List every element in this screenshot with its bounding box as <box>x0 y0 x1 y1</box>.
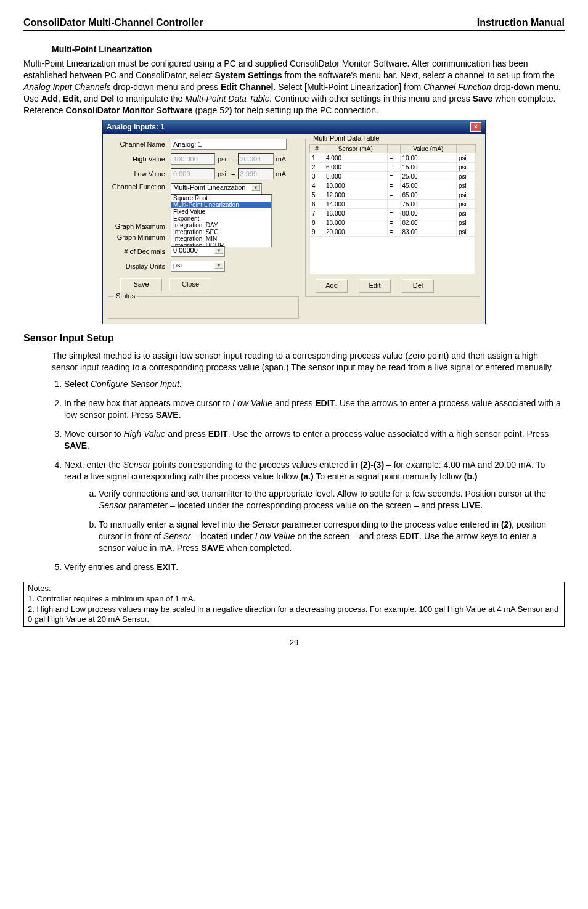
low-value-input[interactable] <box>171 168 215 179</box>
table-row[interactable]: 614.000=75.00psi <box>310 200 476 209</box>
display-units-label: Display Units: <box>108 263 171 270</box>
table-row[interactable]: 920.000=83.00psi <box>310 227 476 237</box>
table-del-button[interactable]: Del <box>402 279 434 293</box>
header-left: ConsoliDator Multi-Channel Controller <box>23 17 203 28</box>
table-edit-button[interactable]: Edit <box>359 279 391 293</box>
unit-psi: psi <box>215 155 229 163</box>
decimals-label: # of Decimals: <box>108 248 171 255</box>
channel-function-combo[interactable]: Multi-Point Linearization <box>171 183 262 194</box>
table-add-button[interactable]: Add <box>316 279 348 293</box>
step-4b: To manually enter a signal level into th… <box>99 519 565 554</box>
graph-max-label: Graph Maximum: <box>108 222 171 230</box>
channel-name-label: Channel Name: <box>108 141 171 148</box>
note-1: 1. Controller requires a minimum span of… <box>28 594 560 605</box>
notes-box: Notes: 1. Controller requires a minimum … <box>23 582 565 627</box>
page-header: ConsoliDator Multi-Channel Controller In… <box>23 17 565 31</box>
header-right: Instruction Manual <box>477 17 565 28</box>
status-group: Status <box>108 296 299 319</box>
table-row[interactable]: 14.000=10.00psi <box>310 153 476 163</box>
dialog-titlebar[interactable]: Analog Inputs: 1 × <box>103 120 485 134</box>
analog-inputs-dialog: Analog Inputs: 1 × Channel Name: High Va… <box>102 120 486 324</box>
close-icon[interactable]: × <box>470 122 481 132</box>
multipoint-paragraph: Multi-Point Linearization must be config… <box>23 58 565 116</box>
data-table-group: Multi-Point Data Table # Sensor (mA) Val… <box>305 139 480 297</box>
low-sensor-input[interactable] <box>238 168 274 179</box>
low-value-label: Low Value: <box>108 170 171 177</box>
table-row[interactable]: 38.000=25.00psi <box>310 172 476 181</box>
step-1: Select Configure Sensor Input. <box>64 378 565 390</box>
channel-name-input[interactable] <box>171 139 287 150</box>
high-value-input[interactable] <box>171 153 215 165</box>
step-4: Next, enter the Sensor points correspond… <box>64 459 565 554</box>
step-2: In the new box that appears move cursor … <box>64 397 565 421</box>
numbered-steps: Select Configure Sensor Input. In the ne… <box>64 378 565 573</box>
table-row[interactable]: 26.000=15.00psi <box>310 163 476 172</box>
sensor-intro: The simplest method is to assign low sen… <box>52 350 565 373</box>
table-row[interactable]: 410.000=45.00psi <box>310 181 476 190</box>
step-4a: Verify connections and set transmitter t… <box>99 488 565 512</box>
step-3: Move cursor to High Value and press EDIT… <box>64 428 565 452</box>
graph-min-label: Graph Minimum: <box>108 234 171 241</box>
table-row[interactable]: 512.000=65.00psi <box>310 190 476 200</box>
save-button[interactable]: Save <box>120 278 162 291</box>
unit-ma: mA <box>274 155 289 163</box>
step-5: Verify entries and press EXIT. <box>64 561 565 573</box>
multi-point-table: # Sensor (mA) Value (mA) 14.000=10.00psi… <box>309 144 476 237</box>
close-button[interactable]: Close <box>169 278 211 291</box>
dialog-title: Analog Inputs: 1 <box>107 123 165 131</box>
sensor-input-heading: Sensor Input Setup <box>23 333 565 344</box>
table-row[interactable]: 716.000=80.00psi <box>310 209 476 218</box>
high-value-label: High Value: <box>108 155 171 163</box>
channel-function-listbox[interactable]: Square Root Multi-Point Linearization Fi… <box>171 194 272 247</box>
status-label: Status <box>113 292 137 300</box>
multipoint-heading: Multi-Point Linearization <box>52 44 565 54</box>
high-sensor-input[interactable] <box>238 153 274 165</box>
display-units-combo[interactable]: psi <box>171 261 225 272</box>
channel-function-label: Channel Function: <box>108 183 171 190</box>
decimals-combo[interactable]: 0.00000 <box>171 246 225 257</box>
page-number: 29 <box>23 638 565 647</box>
data-table-legend: Multi-Point Data Table <box>311 134 382 142</box>
note-2: 2. High and Low process values may be sc… <box>28 605 560 626</box>
table-row[interactable]: 818.000=82.00psi <box>310 218 476 227</box>
notes-head: Notes: <box>28 584 560 594</box>
